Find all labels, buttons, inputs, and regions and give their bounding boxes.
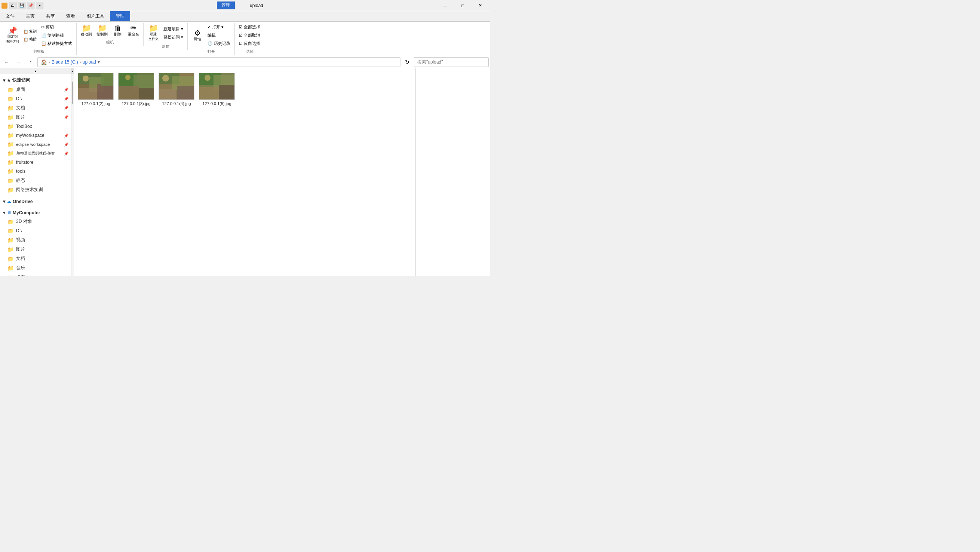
svg-rect-17 [177,86,194,100]
onedrive-header[interactable]: ▾ ☁ OneDrive [0,197,71,206]
sidebar-item-static[interactable]: 📁 静态 [0,176,71,185]
sidebar-label-docs2: 文档 [16,255,25,262]
up-button[interactable]: ↑ [25,57,36,67]
file-item-3[interactable]: 127.0.0.1(4).jpg [158,71,195,108]
invert-icon: ☑ [239,41,243,46]
title-upload: upload [250,3,263,8]
tab-home[interactable]: 主页 [20,11,40,21]
paste-shortcut-btn[interactable]: 📋 粘贴快捷方式 [39,40,74,48]
sidebar-item-3d[interactable]: 📁 3D 对象 [0,217,71,226]
rename-btn[interactable]: ✏ 重命名 [126,23,141,38]
move-label: 移动到 [81,32,92,37]
select-all-btn[interactable]: ☑ 全部选择 [237,23,262,31]
sidebar-item-tools[interactable]: 📁 tools [0,167,71,176]
quick-access-btn[interactable]: 🗂 [9,2,16,10]
sidebar-item-desktop[interactable]: 📁 桌面 📌 [0,85,71,94]
mycomputer-header[interactable]: ▾ 🖥 MyComputer [0,209,71,217]
folder-icon: 📁 [8,159,14,165]
sidebar-item-fruitstore[interactable]: 📁 fruitstore [0,158,71,167]
dropdown-btn[interactable]: ▾ [36,2,43,10]
path-folder[interactable]: upload [83,59,96,65]
file-item-2[interactable]: 127.0.0.1(3).jpg [118,71,155,108]
sidebar-item-java[interactable]: 📁 Java基础案例教程-传智 📌 [0,149,71,158]
sidebar-label-desktop: 桌面 [16,86,25,93]
tab-file[interactable]: 文件 [0,11,20,21]
cut-btn[interactable]: ✂ 剪切 [39,23,74,31]
sidebar-item-docs2[interactable]: 📁 文档 [0,254,71,263]
quick-access-section: ▾ ★ 快速访问 📁 桌面 📌 📁 D:\ 📌 📁 文档 📌 📁 [0,74,71,196]
sidebar-item-music[interactable]: 📁 音乐 [0,263,71,273]
sidebar-item-docs[interactable]: 📁 文档 📌 [0,103,71,113]
close-button[interactable]: ✕ [472,0,489,11]
sidebar-item-pictures[interactable]: 📁 图片 📌 [0,113,71,122]
copy-to-label: 复制到 [97,32,108,37]
path-dropdown-icon[interactable]: ▾ [98,59,100,65]
sidebar-item-pictures2[interactable]: 📁 图片 [0,245,71,254]
properties-btn[interactable]: ⚙ 属性 [190,28,205,43]
pin-btn[interactable]: 📌 [27,2,34,10]
sidebar-scrollbar[interactable]: ▲ ▼ [71,68,74,276]
refresh-button[interactable]: ↻ [402,57,412,67]
minimize-button[interactable]: — [437,0,453,11]
copy-to-btn[interactable]: 📁 复制到 [95,23,110,38]
address-path[interactable]: 🏠 › Blade 15 (C:) › upload ▾ [37,57,401,67]
file-item-1[interactable]: 127.0.0.1(2).jpg [77,71,115,108]
new-folder-btn[interactable]: 📁 新建文件夹 [146,23,161,43]
folder-icon: 📁 [8,87,14,93]
folder-icon: 📁 [8,247,14,253]
sidebar-item-desktop2[interactable]: 📁 桌面 [0,273,71,276]
invert-select-btn[interactable]: ☑ 反向选择 [237,40,262,48]
sidebar-item-video[interactable]: 📁 视频 [0,235,71,245]
tab-manage[interactable]: 管理 [110,11,130,21]
organize-buttons: 📁 移动到 📁 复制到 🗑 删除 ✏ 重命名 [79,23,141,38]
pin-quick-access-btn[interactable]: 📌 固定到快速访问 [4,26,21,45]
easy-access-btn[interactable]: 轻松访问 ▾ [162,33,185,41]
svg-rect-11 [139,88,154,100]
paste-btn[interactable]: 📋 粘贴 [22,35,38,43]
new-item-btn[interactable]: 新建项目 ▾ [162,25,185,33]
ribbon-tab-manage[interactable]: 管理 [217,2,235,10]
scroll-thumb[interactable] [72,81,73,104]
pin-indicator: 📌 [64,97,68,101]
select-none-btn[interactable]: ☑ 全部取消 [237,32,262,39]
copy-btn[interactable]: 📋 复制 [22,28,38,35]
file-grid: 127.0.0.1(2).jpg 127.0.0.1(3).jpg [77,71,412,108]
sidebar-item-eclipse[interactable]: 📁 eclipse-workspace 📌 [0,140,71,149]
history-btn[interactable]: 🕐 历史记录 [206,40,232,48]
scroll-up-btn[interactable]: ▲ [72,68,74,74]
open-btn[interactable]: ✓ 打开 ▾ [206,23,232,31]
sidebar-item-d2[interactable]: 📁 D:\ [0,226,71,235]
sidebar-label-music: 音乐 [16,265,25,271]
clipboard-buttons: 📌 固定到快速访问 📋 复制 📋 粘贴 ✂ 剪切 [4,23,74,48]
sidebar-item-d[interactable]: 📁 D:\ 📌 [0,94,71,103]
sidebar-item-toolbox[interactable]: 📁 ToolBox [0,122,71,131]
quick-access-header[interactable]: ▾ ★ 快速访问 [0,76,71,85]
file-item-4[interactable]: 127.0.0.1(5).jpg [198,71,235,108]
copy-path-btn[interactable]: 📄 复制路径 [39,32,74,39]
file-name-3: 127.0.0.1(4).jpg [162,101,191,106]
move-to-btn[interactable]: 📁 移动到 [79,23,94,38]
select-buttons: ☑ 全部选择 ☑ 全部取消 ☑ 反向选择 [237,23,262,48]
sidebar-label-fruitstore: fruitstore [16,160,33,165]
tab-share[interactable]: 共享 [40,11,60,21]
copy-icon: 📋 [24,30,28,33]
search-input[interactable] [414,57,489,67]
open-icon: ✓ [207,25,211,30]
path-drive[interactable]: Blade 15 (C:) [52,59,78,65]
forward-button[interactable]: → [13,57,24,67]
folder-icon: 📁 [8,132,14,138]
file-name-1: 127.0.0.1(2).jpg [81,101,110,106]
maximize-button[interactable]: □ [454,0,471,11]
scroll-up-indicator[interactable]: ▲ [0,68,71,74]
folder-icon: 📁 [8,187,14,193]
sidebar-item-myworkspace[interactable]: 📁 myWorkspace 📌 [0,131,71,140]
sidebar-item-network[interactable]: 📁 网络技术实训 [0,185,71,194]
delete-btn[interactable]: 🗑 删除 [110,23,125,38]
svg-point-18 [162,75,169,81]
file-thumbnail-2 [118,73,154,100]
edit-btn[interactable]: 编辑 [206,32,232,39]
back-button[interactable]: ← [2,57,12,67]
tab-picture-tools[interactable]: 图片工具 [81,11,110,21]
tab-view[interactable]: 查看 [60,11,81,21]
save-btn[interactable]: 💾 [18,2,25,10]
